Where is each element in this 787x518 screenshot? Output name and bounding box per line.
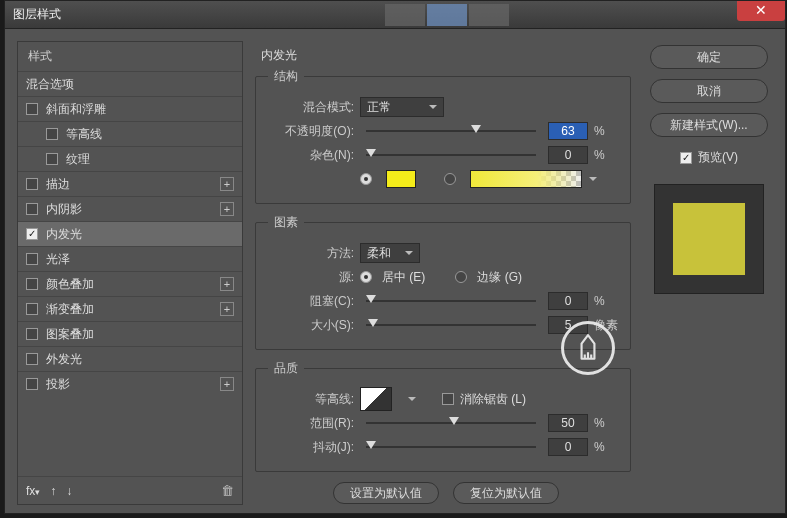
effect-checkbox[interactable] <box>26 203 38 215</box>
opacity-input[interactable]: 63 <box>548 122 588 140</box>
choke-label: 阻塞(C): <box>268 293 354 310</box>
jitter-label: 抖动(J): <box>268 439 354 456</box>
panel-title: 内发光 <box>261 47 637 64</box>
make-default-button[interactable]: 设置为默认值 <box>333 482 439 504</box>
cancel-button[interactable]: 取消 <box>650 79 768 103</box>
gradient-radio[interactable] <box>444 173 456 185</box>
preview-swatch <box>673 203 745 275</box>
effect-label: 外发光 <box>46 351 82 368</box>
contour-picker[interactable] <box>360 387 392 411</box>
effect-label: 斜面和浮雕 <box>46 101 106 118</box>
group-structure: 结构 混合模式: 正常 不透明度(O): 63 % 杂色(N): 0 % <box>255 68 631 204</box>
source-edge-radio[interactable] <box>455 271 467 283</box>
px-unit: 像素 <box>594 317 618 334</box>
effect-checkbox[interactable] <box>26 278 38 290</box>
dialog-window: 图层样式 ✕ 样式 混合选项 斜面和浮雕等高线纹理描边+内阴影+内发光光泽颜色叠… <box>4 0 786 514</box>
chevron-down-icon[interactable] <box>408 397 416 405</box>
size-slider[interactable] <box>366 322 536 328</box>
effect-row-8[interactable]: 渐变叠加+ <box>18 296 242 321</box>
choke-input[interactable]: 0 <box>548 292 588 310</box>
effect-checkbox[interactable] <box>26 178 38 190</box>
dialog-body: 样式 混合选项 斜面和浮雕等高线纹理描边+内阴影+内发光光泽颜色叠加+渐变叠加+… <box>5 29 785 513</box>
gradient-swatch[interactable] <box>470 170 582 188</box>
color-swatch[interactable] <box>386 170 416 188</box>
preview-checkbox[interactable] <box>680 152 692 164</box>
noise-slider[interactable] <box>366 152 536 158</box>
source-edge-label: 边缘 (G) <box>477 269 522 286</box>
size-input[interactable]: 5 <box>548 316 588 334</box>
effect-checkbox[interactable] <box>26 328 38 340</box>
range-label: 范围(R): <box>268 415 354 432</box>
jitter-slider[interactable] <box>366 444 536 450</box>
blend-mode-label: 混合模式: <box>268 99 354 116</box>
group-elements: 图素 方法: 柔和 源: 居中 (E) 边缘 (G) 阻塞(C): 0 <box>255 214 631 350</box>
effect-row-0[interactable]: 斜面和浮雕 <box>18 96 242 121</box>
reset-default-button[interactable]: 复位为默认值 <box>453 482 559 504</box>
effect-row-3[interactable]: 描边+ <box>18 171 242 196</box>
trash-icon[interactable]: 🗑 <box>221 483 234 498</box>
fx-menu[interactable]: fx▾ <box>26 484 40 498</box>
effect-checkbox[interactable] <box>46 153 58 165</box>
effect-label: 纹理 <box>66 151 90 168</box>
close-button[interactable]: ✕ <box>737 1 785 21</box>
effect-row-2[interactable]: 纹理 <box>18 146 242 171</box>
effect-checkbox[interactable] <box>26 228 38 240</box>
source-center-label: 居中 (E) <box>382 269 425 286</box>
effect-checkbox[interactable] <box>26 103 38 115</box>
noise-label: 杂色(N): <box>268 147 354 164</box>
pct-unit: % <box>594 124 618 138</box>
opacity-label: 不透明度(O): <box>268 123 354 140</box>
color-radio[interactable] <box>360 173 372 185</box>
effect-checkbox[interactable] <box>26 353 38 365</box>
add-effect-icon[interactable]: + <box>220 202 234 216</box>
effect-row-4[interactable]: 内阴影+ <box>18 196 242 221</box>
effect-row-9[interactable]: 图案叠加 <box>18 321 242 346</box>
range-slider[interactable] <box>366 420 536 426</box>
styles-footer: fx▾ ↑ ↓ 🗑 <box>18 476 242 504</box>
pct-unit: % <box>594 148 618 162</box>
effect-label: 图案叠加 <box>46 326 94 343</box>
blending-options-row[interactable]: 混合选项 <box>18 71 242 96</box>
effect-label: 内阴影 <box>46 201 82 218</box>
settings-panel: 内发光 结构 混合模式: 正常 不透明度(O): 63 % 杂色(N): 0 <box>251 41 637 505</box>
effect-label: 光泽 <box>46 251 70 268</box>
new-style-button[interactable]: 新建样式(W)... <box>650 113 768 137</box>
add-effect-icon[interactable]: + <box>220 302 234 316</box>
blend-mode-select[interactable]: 正常 <box>360 97 444 117</box>
titlebar[interactable]: 图层样式 ✕ <box>5 1 785 29</box>
preview-label: 预览(V) <box>698 149 738 166</box>
antialias-checkbox[interactable] <box>442 393 454 405</box>
effect-label: 颜色叠加 <box>46 276 94 293</box>
effect-row-5[interactable]: 内发光 <box>18 221 242 246</box>
effect-row-10[interactable]: 外发光 <box>18 346 242 371</box>
size-label: 大小(S): <box>268 317 354 334</box>
group-structure-legend: 结构 <box>268 68 304 85</box>
effect-checkbox[interactable] <box>26 378 38 390</box>
effect-label: 渐变叠加 <box>46 301 94 318</box>
move-up-icon[interactable]: ↑ <box>50 484 56 498</box>
move-down-icon[interactable]: ↓ <box>66 484 72 498</box>
choke-slider[interactable] <box>366 298 536 304</box>
add-effect-icon[interactable]: + <box>220 177 234 191</box>
source-center-radio[interactable] <box>360 271 372 283</box>
effect-row-11[interactable]: 投影+ <box>18 371 242 396</box>
ok-button[interactable]: 确定 <box>650 45 768 69</box>
contour-label: 等高线: <box>268 391 354 408</box>
effect-row-1[interactable]: 等高线 <box>18 121 242 146</box>
styles-list: 样式 混合选项 斜面和浮雕等高线纹理描边+内阴影+内发光光泽颜色叠加+渐变叠加+… <box>17 41 243 505</box>
effect-row-6[interactable]: 光泽 <box>18 246 242 271</box>
styles-header[interactable]: 样式 <box>18 42 242 71</box>
effect-checkbox[interactable] <box>26 303 38 315</box>
add-effect-icon[interactable]: + <box>220 277 234 291</box>
technique-select[interactable]: 柔和 <box>360 243 420 263</box>
jitter-input[interactable]: 0 <box>548 438 588 456</box>
effect-checkbox[interactable] <box>26 253 38 265</box>
effect-row-7[interactable]: 颜色叠加+ <box>18 271 242 296</box>
effect-label: 描边 <box>46 176 70 193</box>
add-effect-icon[interactable]: + <box>220 377 234 391</box>
group-quality-legend: 品质 <box>268 360 304 377</box>
range-input[interactable]: 50 <box>548 414 588 432</box>
effect-checkbox[interactable] <box>46 128 58 140</box>
opacity-slider[interactable] <box>366 128 536 134</box>
noise-input[interactable]: 0 <box>548 146 588 164</box>
